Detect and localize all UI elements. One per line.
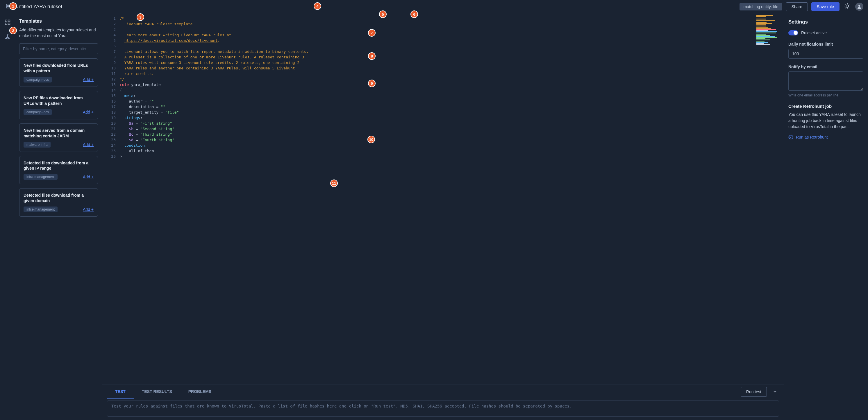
templates-sidebar: Templates Add different templates to you… xyxy=(15,13,102,420)
svg-rect-16 xyxy=(8,23,9,25)
page-title: Untitled YARA ruleset xyxy=(15,4,62,9)
notify-email-hint: Write one email address per line xyxy=(788,93,863,97)
test-hashes-input[interactable] xyxy=(107,400,779,417)
template-title: New files downloaded from URLs with a pa… xyxy=(24,63,94,74)
template-tag: campaign-iocs xyxy=(24,77,52,83)
template-title: Detected files download from a given dom… xyxy=(24,193,94,204)
template-title: New files served from a domain matching … xyxy=(24,128,94,139)
svg-point-19 xyxy=(7,38,8,39)
tab-problems[interactable]: PROBLEMS xyxy=(180,385,219,398)
ruleset-icon xyxy=(5,2,13,11)
template-add-link[interactable]: Add + xyxy=(83,77,94,82)
ruleset-active-label: Ruleset active xyxy=(801,31,827,35)
templates-heading: Templates xyxy=(19,19,98,24)
theme-toggle-icon[interactable] xyxy=(843,2,852,11)
notify-email-label: Notify by email xyxy=(788,64,863,69)
template-card: Detected files download from a given dom… xyxy=(19,188,98,217)
svg-point-18 xyxy=(5,38,6,39)
template-tag: infra-management xyxy=(24,206,58,212)
svg-rect-14 xyxy=(8,20,9,22)
structure-nav-icon[interactable] xyxy=(3,32,12,42)
daily-limit-input[interactable] xyxy=(788,49,863,59)
notify-email-input[interactable] xyxy=(788,71,863,91)
daily-limit-label: Daily notifications limit xyxy=(788,42,863,46)
templates-filter-input[interactable] xyxy=(19,43,98,54)
svg-rect-1 xyxy=(7,5,11,6)
share-button[interactable]: Share xyxy=(786,2,808,11)
template-card: New files served from a domain matching … xyxy=(19,124,98,152)
minimap[interactable] xyxy=(755,13,784,385)
svg-point-3 xyxy=(846,5,848,7)
tab-test-results[interactable]: TEST RESULTS xyxy=(134,385,180,398)
template-card: Detected files downloaded from a given I… xyxy=(19,156,98,185)
settings-heading: Settings xyxy=(788,19,863,25)
svg-rect-13 xyxy=(5,20,7,22)
retrohunt-description: You can use this YARA ruleset to launch … xyxy=(788,111,863,130)
template-tag: malware-infra xyxy=(24,142,51,148)
template-card: New files downloaded from URLs with a pa… xyxy=(19,58,98,87)
svg-point-17 xyxy=(7,34,8,35)
save-rule-button[interactable]: Save rule xyxy=(811,2,839,11)
tab-test[interactable]: TEST xyxy=(107,385,134,398)
template-tag: campaign-iocs xyxy=(24,109,52,115)
collapse-panel-icon[interactable] xyxy=(771,387,779,396)
code-editor[interactable]: 1234567891011121314151617181920212223242… xyxy=(102,13,784,385)
code-content[interactable]: /* Livehunt YARA ruleset template Learn … xyxy=(120,13,755,385)
run-test-button[interactable]: Run test xyxy=(741,387,767,397)
templates-nav-icon[interactable] xyxy=(3,18,12,28)
nav-rail xyxy=(0,13,15,420)
template-add-link[interactable]: Add + xyxy=(83,207,94,212)
template-add-link[interactable]: Add + xyxy=(83,110,94,115)
svg-line-6 xyxy=(845,4,846,4)
svg-rect-15 xyxy=(5,23,7,25)
svg-line-10 xyxy=(845,8,846,8)
line-gutter: 1234567891011121314151617181920212223242… xyxy=(102,13,120,385)
svg-rect-2 xyxy=(7,7,11,8)
template-add-link[interactable]: Add + xyxy=(83,142,94,147)
ruleset-active-toggle[interactable] xyxy=(788,30,798,35)
bottom-panel: TEST TEST RESULTS PROBLEMS Run test xyxy=(102,385,784,420)
svg-line-7 xyxy=(849,8,849,8)
run-retrohunt-link[interactable]: Run as Retrohunt xyxy=(788,134,863,140)
settings-panel: Settings Ruleset active Daily notificati… xyxy=(784,13,868,420)
svg-line-11 xyxy=(849,4,849,4)
template-title: Detected files downloaded from a given I… xyxy=(24,160,94,171)
retrohunt-title: Create Retrohunt job xyxy=(788,104,863,109)
svg-point-12 xyxy=(859,5,860,7)
template-title: New PE files downloaded from URLs with a… xyxy=(24,95,94,106)
svg-rect-0 xyxy=(7,4,11,5)
template-card: New PE files downloaded from URLs with a… xyxy=(19,91,98,119)
template-tag: infra-management xyxy=(24,174,58,180)
retrohunt-icon xyxy=(788,134,794,140)
avatar[interactable] xyxy=(855,3,863,11)
template-add-link[interactable]: Add + xyxy=(83,174,94,179)
matching-entity-badge[interactable]: matching entity: file xyxy=(740,3,782,10)
templates-description: Add different templates to your ruleset … xyxy=(19,27,98,39)
svg-point-20 xyxy=(8,38,9,39)
header: Untitled YARA ruleset matching entity: f… xyxy=(0,0,868,13)
